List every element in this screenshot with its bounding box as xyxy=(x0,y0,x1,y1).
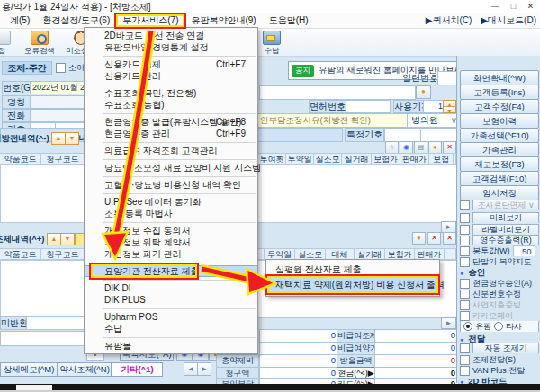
menu-item-31[interactable]: 수납 xyxy=(85,323,257,334)
menu-item-6[interactable]: 수표조회(국민, 전은행) xyxy=(85,87,257,99)
toolbar-button-reception[interactable]: 접 xyxy=(0,30,18,55)
checkbox-icon[interactable] xyxy=(460,366,470,376)
close-button[interactable]: ✕ xyxy=(522,0,539,13)
checkbox-icon[interactable] xyxy=(460,225,470,235)
checkbox-icon[interactable] xyxy=(460,257,470,267)
checkbox-icon[interactable] xyxy=(460,290,470,299)
arrow-down-icon[interactable]: ▼ xyxy=(60,233,75,245)
coin-icon[interactable]: ● xyxy=(416,85,431,99)
menu-item-9[interactable]: 현금영수증 발급(유팜시스템 승인)Ctrl+F8 xyxy=(85,116,257,128)
spin-down-icon[interactable]: ▼ xyxy=(443,106,456,113)
menu-item-25[interactable]: 요양기관 전산자료 제출▶ xyxy=(85,265,257,277)
menubar-item-2[interactable]: 부가서비스(7) xyxy=(116,13,184,28)
checkbox-icon[interactable] xyxy=(460,236,470,245)
delete-icon[interactable]: ✕ xyxy=(443,232,456,245)
menu-item-16[interactable]: 고혈압·당뇨병 비용신청 내역 확인 xyxy=(85,179,257,191)
arrow-up-icon[interactable]: ▲ xyxy=(51,132,66,145)
sidebar-button-1[interactable]: 고객등록(Ins) xyxy=(460,85,539,100)
checkbox-icon[interactable] xyxy=(460,300,470,310)
phone-field[interactable] xyxy=(30,109,86,122)
toolbar-button-error-search[interactable]: 오류검색 xyxy=(20,30,59,55)
checkbox-icon[interactable] xyxy=(460,355,470,365)
special-code-field-2[interactable] xyxy=(420,128,457,142)
child-checkbox[interactable]: 소아 xyxy=(56,62,86,73)
arrow-up-icon[interactable]: ▲ xyxy=(47,233,61,245)
menu-item-19[interactable]: 소분 등록 마법사 xyxy=(85,208,257,219)
checkbox-icon[interactable] xyxy=(56,63,66,73)
envelope-value-field[interactable]: 50 xyxy=(513,245,536,256)
sidebar-combo[interactable]: 조사료단면제 ∨ xyxy=(472,200,539,210)
sidebar-button-2[interactable]: 고객수정(F4) xyxy=(460,99,539,114)
name-field[interactable] xyxy=(30,95,86,109)
menu-item-28[interactable]: DIK PLUS xyxy=(85,294,257,306)
memo-input[interactable] xyxy=(0,331,87,346)
menu-item-label: 수표조회(국민, 전은행) xyxy=(104,88,196,98)
menu-item-18[interactable]: U.POSee 데이터 동기화 xyxy=(85,196,257,208)
company-radio-group[interactable]: 유팜타사 xyxy=(460,321,539,332)
menu-item-3[interactable]: 신용카드 결제Ctrl+F7 xyxy=(85,58,257,70)
menu-item-7[interactable]: 수표조회(농협) xyxy=(85,99,257,111)
checkbox-icon[interactable] xyxy=(460,200,470,210)
sidebar-button-5[interactable]: 가족관리 xyxy=(460,142,539,157)
pager-left-icon[interactable]: ◄ xyxy=(184,362,198,376)
toolbar-button-payment[interactable]: 수납 xyxy=(257,30,286,55)
scroll-right-icon[interactable]: ► xyxy=(441,317,456,329)
menubar-item-3[interactable]: 유팜복약안내(9) xyxy=(184,13,262,28)
menu-item-14[interactable]: 당뇨병 소모성 재료 요양비 지원 시스템 xyxy=(85,162,257,174)
menu-item-label: 개인정보 수집 동의서 xyxy=(104,226,191,236)
coin-icon[interactable]: ● xyxy=(412,232,426,245)
unreturned-field[interactable] xyxy=(26,316,86,330)
bottom-tab-0[interactable]: 상세메모(^M) xyxy=(0,362,58,377)
sidebar-button-8[interactable]: 임시저장 xyxy=(460,185,539,200)
checkbox-icon[interactable] xyxy=(460,246,470,256)
star-icon[interactable]: ☆ xyxy=(385,141,399,154)
search-icon[interactable]: ◉ xyxy=(400,141,413,154)
delete-icon[interactable]: ✕ xyxy=(428,232,441,245)
minimize-button[interactable]: — xyxy=(487,0,504,13)
delete-icon[interactable]: ✕ xyxy=(443,141,456,154)
menu-item-30[interactable]: Upharm POS xyxy=(85,311,257,323)
maximize-button[interactable]: □ xyxy=(505,0,522,13)
bottom-tab-2[interactable]: 기타(^1) xyxy=(112,362,163,377)
hospital-combo[interactable]: 병의원 ∨ xyxy=(407,113,461,128)
submenu-item-0[interactable]: 심평원 전산자료 제출 xyxy=(266,263,439,276)
checkbox-icon[interactable] xyxy=(460,213,470,223)
menu-item-23[interactable]: 개인정보 파기 관리 xyxy=(85,248,257,260)
menubar-item-1[interactable]: 환경설정/도구(6) xyxy=(36,13,116,28)
menu-item-21[interactable]: 개인정보 수집 동의서 xyxy=(85,225,257,236)
menubar-item-4[interactable]: 도움말(H) xyxy=(263,13,315,28)
tab-dispense-week[interactable]: 조제-주간 xyxy=(2,61,52,75)
quick-item-1[interactable]: ▶대시보드(D) xyxy=(481,13,536,28)
menu-item-22[interactable]: 개인정보 위탁 계약서 xyxy=(85,236,257,248)
row2-field[interactable] xyxy=(259,85,416,100)
coin-icon[interactable]: ● xyxy=(428,141,442,154)
arrow-down-icon[interactable]: ▼ xyxy=(65,132,79,145)
sidebar-button-6[interactable]: 재고보정(F3) xyxy=(460,156,539,172)
menubar-item-0[interactable]: 계(5) xyxy=(4,13,36,28)
menu-item-4[interactable]: 신용카드 관리 xyxy=(85,70,257,82)
menu-item-0[interactable]: 2D바코드 무선 전송 연결 xyxy=(85,30,257,41)
special-code-field-1[interactable] xyxy=(384,128,421,142)
bottom-tab-1[interactable]: 약사조제(^N) xyxy=(58,362,112,377)
sidebar-button-7[interactable]: 고객검색(F10) xyxy=(460,171,539,186)
serial-field[interactable] xyxy=(437,71,457,85)
license-field[interactable] xyxy=(346,100,391,113)
checkbox-icon[interactable] xyxy=(460,343,470,353)
menu-item-10[interactable]: 현금영수증 관리Ctrl+F9 xyxy=(85,128,257,139)
quick-item-0[interactable]: ▶퀵서치(C) xyxy=(426,13,472,28)
menu-item-27[interactable]: DIK DI xyxy=(85,282,257,294)
clipboard-icon[interactable]: ▤ xyxy=(414,141,428,154)
menu-item-1[interactable]: 유팜모바일 경영통계 설정 xyxy=(85,41,257,53)
menu-item-33[interactable]: 유팜몰 xyxy=(85,340,257,352)
radio-icon[interactable] xyxy=(494,322,503,331)
date-field[interactable]: 2022년 01월 28일 xyxy=(30,81,87,94)
sidebar-button-0[interactable]: 화면확대(^W) xyxy=(460,70,539,85)
pager-right-icon[interactable]: ► xyxy=(197,362,212,376)
sidebar-button-4[interactable]: 가족선택(^F10) xyxy=(460,128,539,143)
submenu-item-1[interactable]: 재택치료 약제(원외처방) 비용 신청서 출력 xyxy=(266,276,439,293)
sidebar-button-3[interactable]: 보험이력 xyxy=(460,113,539,129)
menu-item-12[interactable]: 의료급여 자격조회 고객관리 xyxy=(85,145,257,156)
checkbox-icon[interactable] xyxy=(460,311,470,321)
checkbox-icon[interactable] xyxy=(460,279,470,289)
radio-icon[interactable] xyxy=(464,322,472,331)
